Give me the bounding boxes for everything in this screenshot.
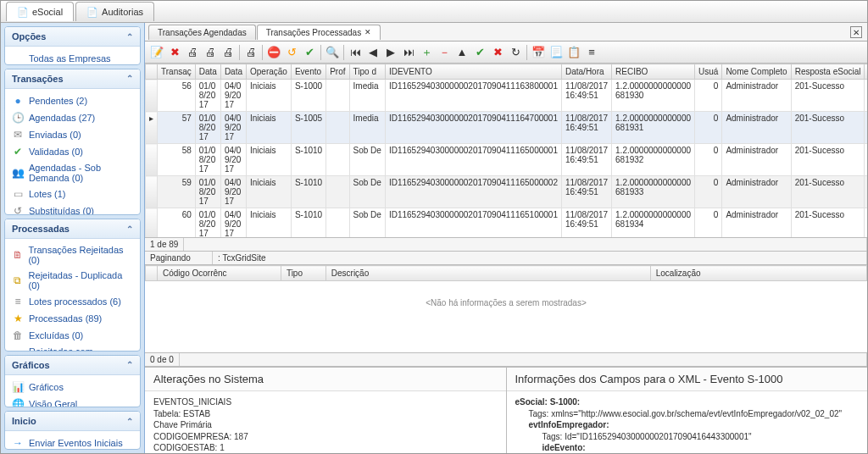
table-row[interactable]: 5601/08/201704/09/2017IniciaisS-1000Imed… bbox=[146, 80, 868, 112]
sidebar-item-icon: ● bbox=[12, 95, 24, 107]
sidebar-item[interactable]: ●Pendentes (2) bbox=[5, 92, 140, 109]
top-tab-auditorias[interactable]: 📄Auditorias bbox=[75, 2, 154, 21]
sidebar-item[interactable]: ✔Validadas (0) bbox=[5, 143, 140, 160]
toolbar-button[interactable]: ⛔ bbox=[265, 44, 282, 61]
sidebar-item[interactable]: ≡Lotes processados (6) bbox=[5, 293, 140, 310]
row-handle[interactable] bbox=[146, 176, 158, 208]
row-handle[interactable] bbox=[146, 208, 158, 239]
row-handle[interactable] bbox=[146, 144, 158, 176]
toolbar-button[interactable]: ✔ bbox=[471, 44, 488, 61]
column-header[interactable]: Operação bbox=[247, 64, 292, 80]
column-header[interactable]: Descrição bbox=[326, 266, 650, 281]
sidebar-item[interactable]: ★Processadas (89) bbox=[5, 310, 140, 327]
toolbar-button[interactable]: 🖨 bbox=[242, 44, 259, 61]
column-header[interactable]: Situação do Evento bbox=[865, 64, 867, 80]
toolbar-button[interactable]: 🖨 bbox=[202, 44, 219, 61]
cell: 01/08/2017 bbox=[195, 176, 220, 208]
toolbar-button[interactable]: ▲ bbox=[453, 44, 470, 61]
toolbar-button[interactable]: 📃 bbox=[548, 44, 565, 61]
panel-header[interactable]: Transações⌃ bbox=[5, 69, 140, 89]
toolbar-button[interactable]: ⏮ bbox=[347, 44, 364, 61]
sidebar-item[interactable]: 🗎Transações Rejeitadas (0) bbox=[5, 242, 140, 268]
column-header[interactable]: Data/Hora bbox=[561, 64, 611, 80]
toolbar-button[interactable]: ⏭ bbox=[400, 44, 417, 61]
column-header[interactable]: Tipo bbox=[281, 266, 326, 281]
sidebar-item[interactable]: 📊Gráficos bbox=[5, 379, 140, 396]
sidebar-item[interactable]: ↺Substituídas (0) bbox=[5, 202, 140, 216]
toolbar-button[interactable]: ↻ bbox=[507, 44, 524, 61]
column-header[interactable]: Usuá bbox=[695, 64, 722, 80]
toolbar-button[interactable]: ◀ bbox=[364, 44, 381, 61]
panel-alteracoes-title: Alterações no Sistema bbox=[145, 368, 506, 391]
sidebar-item-icon: 🌐 bbox=[12, 398, 24, 408]
cell: 201-Sucesso bbox=[791, 176, 865, 208]
toolbar-button[interactable]: 📝 bbox=[148, 44, 165, 61]
column-header[interactable]: Resposta eSocial bbox=[791, 64, 865, 80]
column-header[interactable]: Nome Completo bbox=[722, 64, 791, 80]
panel-alteracoes-body: EVENTOS_INICIAISTabela: ESTABChave Primá… bbox=[145, 391, 506, 453]
column-header[interactable]: Evento bbox=[291, 64, 326, 80]
occurrence-grid[interactable]: Código OcorrêncTipoDescriçãoLocalização bbox=[145, 265, 867, 281]
toolbar-separator bbox=[320, 45, 321, 60]
column-header[interactable]: Localização bbox=[650, 266, 866, 281]
table-row[interactable]: 6001/08/201704/09/2017IniciaisS-1010Sob … bbox=[146, 208, 868, 239]
toolbar-button[interactable]: 🖨 bbox=[184, 44, 201, 61]
toolbar-button[interactable]: 🔍 bbox=[324, 44, 341, 61]
grid-scroll[interactable]: TransaçDataDataOperaçãoEventoProfTipo dI… bbox=[145, 64, 867, 238]
cell: Administrador bbox=[722, 144, 791, 176]
column-header[interactable]: IDEVENTO bbox=[385, 64, 561, 80]
toolbar-button[interactable]: ✔ bbox=[301, 44, 318, 61]
toolbar-button[interactable]: ✖ bbox=[489, 44, 506, 61]
row-handle[interactable]: ▸ bbox=[146, 112, 158, 144]
panel-header[interactable]: Opções⌃ bbox=[5, 27, 140, 47]
panel-header[interactable]: Processadas⌃ bbox=[5, 219, 140, 239]
toolbar-button[interactable]: ＋ bbox=[418, 44, 435, 61]
toolbar-button[interactable]: － bbox=[436, 44, 453, 61]
column-header[interactable]: RECIBO bbox=[612, 64, 695, 80]
column-header[interactable]: Data bbox=[220, 64, 246, 80]
close-panel-icon[interactable]: ✕ bbox=[850, 26, 862, 38]
cell: 01/08/2017 bbox=[195, 208, 220, 239]
sidebar-item[interactable]: ✉Enviadas (0) bbox=[5, 126, 140, 143]
cell: Iniciais bbox=[247, 144, 292, 176]
toolbar-button[interactable]: ≡ bbox=[583, 44, 600, 61]
toolbar-button[interactable]: ✖ bbox=[166, 44, 183, 61]
toolbar-button[interactable]: ▶ bbox=[382, 44, 399, 61]
table-row[interactable]: 5801/08/201704/09/2017IniciaisS-1010Sob … bbox=[146, 144, 868, 176]
close-icon[interactable]: ✕ bbox=[364, 28, 371, 36]
sub-tab[interactable]: Transações Processadas✕ bbox=[257, 25, 381, 40]
sub-tab[interactable]: Transações Agendadas bbox=[148, 25, 256, 40]
sidebar-item[interactable]: 🗑Excluídas (0) bbox=[5, 327, 140, 344]
top-tab-esocial[interactable]: 📄eSocial bbox=[6, 2, 74, 21]
sidebar-item[interactable]: ▭Lotes (1) bbox=[5, 185, 140, 202]
sidebar-item[interactable]: 🔧Rejeitadas com Intervenção (0) bbox=[5, 344, 140, 352]
column-header[interactable] bbox=[146, 64, 158, 80]
toolbar-button[interactable]: 📋 bbox=[565, 44, 582, 61]
panel-header[interactable]: Inicio⌃ bbox=[5, 412, 140, 431]
sidebar-item[interactable]: 🕒Agendadas (27) bbox=[5, 109, 140, 126]
column-header[interactable]: Tipo d bbox=[349, 64, 385, 80]
sidebar-item[interactable]: ⧉Rejeitadas - Duplicada (0) bbox=[5, 268, 140, 293]
table-row[interactable]: ▸5701/08/201704/09/2017IniciaisS-1005Ime… bbox=[146, 112, 868, 144]
cell: 04/09/2017 bbox=[220, 80, 246, 112]
panel-header[interactable]: Gráficos⌃ bbox=[5, 356, 140, 375]
cell: Iniciais bbox=[247, 208, 292, 239]
column-header[interactable]: Prof bbox=[326, 64, 349, 80]
column-header[interactable]: Transaç bbox=[158, 64, 196, 80]
sidebar-item[interactable]: Todas as Empresas bbox=[5, 50, 140, 65]
cell: 1.2.0000000000000681932 bbox=[612, 144, 695, 176]
panel-title: Processadas bbox=[12, 224, 70, 234]
sidebar-item[interactable]: 🌐Visão Geral bbox=[5, 396, 140, 408]
toolbar-button[interactable]: 📅 bbox=[530, 44, 547, 61]
column-header[interactable] bbox=[146, 266, 158, 281]
transactions-grid[interactable]: TransaçDataDataOperaçãoEventoProfTipo dI… bbox=[145, 64, 867, 238]
row-handle[interactable] bbox=[146, 80, 158, 112]
table-row[interactable]: 5901/08/201704/09/2017IniciaisS-1010Sob … bbox=[146, 176, 868, 208]
column-header[interactable]: Data bbox=[195, 64, 220, 80]
toolbar-button[interactable]: 🖨 bbox=[220, 44, 236, 61]
main-area: Opções⌃ Todas as EmpresasTransações⌃●Pen… bbox=[1, 23, 867, 453]
sidebar-item[interactable]: →Enviar Eventos Iniciais bbox=[5, 435, 140, 450]
toolbar-button[interactable]: ↺ bbox=[283, 44, 300, 61]
column-header[interactable]: Código Ocorrênc bbox=[158, 266, 281, 281]
sidebar-item[interactable]: 👥Agendadas - Sob Demanda (0) bbox=[5, 160, 140, 185]
